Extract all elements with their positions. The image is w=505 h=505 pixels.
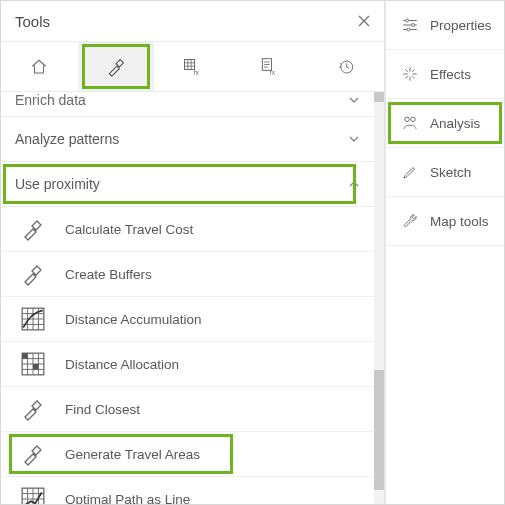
chevron-down-icon	[348, 94, 360, 106]
group-enrich-label: Enrich data	[15, 92, 348, 108]
side-label: Map tools	[430, 214, 489, 229]
side-panel: Properties Effects Analysis Sketch Map t…	[385, 1, 504, 504]
tool-generate-travel-areas[interactable]: Generate Travel Areas	[1, 432, 374, 477]
svg-point-12	[407, 28, 410, 31]
tool-label: Distance Allocation	[65, 357, 179, 372]
home-icon	[30, 58, 48, 76]
tool-label: Distance Accumulation	[65, 312, 202, 327]
pencil-icon	[400, 162, 420, 182]
tool-calculate-travel-cost[interactable]: Calculate Travel Cost	[1, 207, 374, 252]
history-icon	[337, 58, 355, 76]
chevron-down-icon	[348, 133, 360, 145]
tool-create-buffers[interactable]: Create Buffers	[1, 252, 374, 297]
close-icon[interactable]	[354, 11, 374, 31]
svg-rect-8	[33, 364, 38, 369]
sliders-icon	[400, 15, 420, 35]
side-effects[interactable]: Effects	[386, 50, 504, 99]
optimal-path-icon	[19, 485, 47, 504]
tools-header: Tools	[1, 1, 384, 42]
group-enrich-data[interactable]: Enrich data	[1, 92, 374, 117]
svg-point-14	[411, 117, 416, 122]
tool-label: Generate Travel Areas	[65, 447, 200, 462]
analysis-icon	[400, 113, 420, 133]
svg-rect-0	[185, 59, 195, 69]
tool-distance-allocation[interactable]: Distance Allocation	[1, 342, 374, 387]
tab-raster-functions[interactable]: fx	[154, 42, 231, 91]
tool-label: Create Buffers	[65, 267, 152, 282]
grid-fx-icon: fx	[182, 57, 202, 77]
hammer-icon	[19, 215, 47, 243]
wrench-icon	[400, 211, 420, 231]
tools-title: Tools	[15, 13, 354, 30]
doc-fx-icon: fx	[259, 57, 279, 77]
side-properties[interactable]: Properties	[386, 1, 504, 50]
svg-rect-7	[22, 353, 27, 358]
hammer-icon	[19, 260, 47, 288]
chevron-up-icon	[348, 178, 360, 190]
group-analyze-label: Analyze patterns	[15, 131, 348, 147]
tool-label: Find Closest	[65, 402, 140, 417]
group-proximity-label: Use proximity	[15, 176, 348, 192]
svg-text:fx: fx	[270, 69, 276, 76]
tool-distance-accumulation[interactable]: Distance Accumulation	[1, 297, 374, 342]
svg-point-13	[405, 117, 410, 122]
hammer-icon	[19, 395, 47, 423]
tools-tabs: fx fx	[1, 42, 384, 92]
tool-optimal-path-as-line[interactable]: Optimal Path as Line	[1, 477, 374, 504]
tool-label: Calculate Travel Cost	[65, 222, 193, 237]
svg-text:fx: fx	[194, 69, 200, 76]
group-analyze-patterns[interactable]: Analyze patterns	[1, 117, 374, 162]
distance-alloc-icon	[19, 350, 47, 378]
distance-accum-icon	[19, 305, 47, 333]
sparkle-icon	[400, 64, 420, 84]
side-sketch[interactable]: Sketch	[386, 148, 504, 197]
side-label: Properties	[430, 18, 492, 33]
tab-tools[interactable]	[78, 42, 155, 91]
hammer-icon	[19, 440, 47, 468]
tab-home[interactable]	[1, 42, 78, 91]
tool-find-closest[interactable]: Find Closest	[1, 387, 374, 432]
side-map-tools[interactable]: Map tools	[386, 197, 504, 246]
side-analysis[interactable]: Analysis	[386, 99, 504, 148]
scroll-thumb[interactable]	[374, 370, 384, 490]
side-label: Analysis	[430, 116, 480, 131]
svg-point-10	[406, 19, 409, 22]
scroll-thumb-top[interactable]	[374, 92, 384, 102]
side-label: Sketch	[430, 165, 471, 180]
group-use-proximity[interactable]: Use proximity	[1, 162, 374, 207]
tab-raster-function-editor[interactable]: fx	[231, 42, 308, 91]
tools-panel: Tools fx fx	[1, 1, 385, 504]
tab-history[interactable]	[307, 42, 384, 91]
hammer-icon	[106, 57, 126, 77]
side-label: Effects	[430, 67, 471, 82]
tools-scroll[interactable]: Enrich data Analyze patterns Use proximi…	[1, 92, 384, 504]
tool-label: Optimal Path as Line	[65, 492, 190, 505]
svg-point-11	[412, 24, 415, 27]
